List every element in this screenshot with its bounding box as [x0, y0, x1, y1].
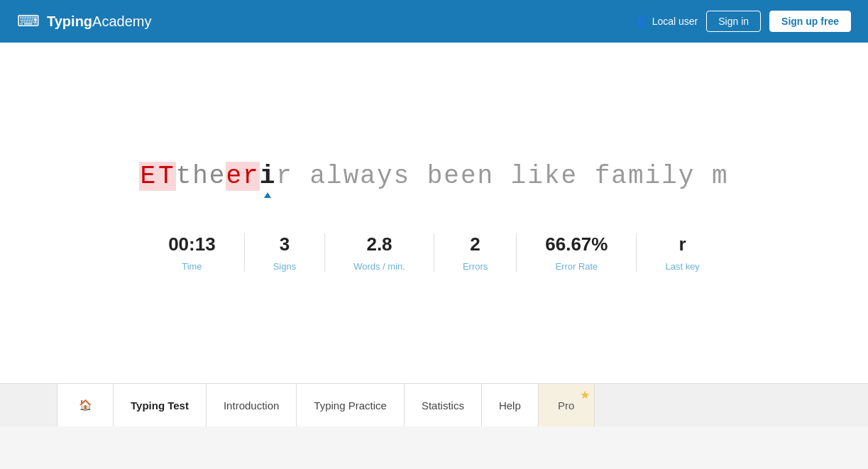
bottom-nav: 🏠 Typing Test Introduction Typing Practi… [0, 383, 868, 426]
logo-text: TypingAcademy [47, 13, 151, 30]
stat-errors-label: Errors [463, 261, 488, 272]
stat-wpm-label: Words / min. [353, 261, 405, 272]
tab-help[interactable]: Help [481, 384, 539, 426]
logo-bold: Typing [47, 13, 92, 29]
stat-time-label: Time [182, 261, 202, 272]
typed-char-the: the [176, 162, 226, 191]
tab-pro[interactable]: ★ Pro [538, 384, 595, 426]
tab-typing-practice[interactable]: Typing Practice [296, 384, 405, 426]
logo-icon: ⌨ [17, 12, 40, 31]
stat-errors-value: 2 [470, 233, 480, 255]
typing-display: ETtheerir always been like family m [139, 162, 728, 191]
stat-error-rate-value: 66.67% [545, 233, 608, 255]
stat-wpm-value: 2.8 [366, 233, 392, 255]
cursor-caret [264, 192, 271, 198]
pro-star: ★ [580, 388, 590, 402]
user-info: 👤 Local user [634, 15, 698, 28]
logo-area: ⌨ TypingAcademy [17, 12, 151, 31]
stat-errors: 2 Errors [434, 233, 517, 272]
tab-home[interactable]: 🏠 [57, 384, 114, 426]
tab-statistics[interactable]: Statistics [404, 384, 482, 426]
stat-wpm: 2.8 Words / min. [325, 233, 434, 272]
stat-last-key: r Last key [637, 233, 727, 272]
typed-char-er: er [226, 162, 259, 191]
signup-button[interactable]: Sign up free [769, 11, 851, 32]
user-icon: 👤 [634, 15, 648, 28]
main-content: ETtheerir always been like family m 00:1… [0, 43, 868, 383]
tab-introduction[interactable]: Introduction [206, 384, 297, 426]
cursor-char: i [260, 162, 277, 191]
stat-signs: 3 Signs [245, 233, 326, 272]
stat-last-key-value: r [679, 233, 686, 255]
typed-char-T: T [158, 162, 176, 191]
stat-signs-value: 3 [280, 233, 290, 255]
signin-button[interactable]: Sign in [706, 11, 761, 32]
typed-char-E: E [139, 162, 158, 191]
logo-light: Academy [92, 13, 151, 29]
stat-error-rate-label: Error Rate [555, 261, 598, 272]
stat-time: 00:13 Time [140, 233, 245, 272]
tab-typing-test[interactable]: Typing Test [113, 384, 207, 426]
stats-row: 00:13 Time 3 Signs 2.8 Words / min. 2 Er… [140, 233, 728, 272]
header: ⌨ TypingAcademy 👤 Local user Sign in Sig… [0, 0, 868, 43]
upcoming-text: r always been like family m [276, 162, 728, 191]
stat-time-value: 00:13 [168, 233, 216, 255]
stat-error-rate: 66.67% Error Rate [517, 233, 637, 272]
stat-signs-label: Signs [273, 261, 297, 272]
user-label: Local user [652, 16, 698, 27]
stat-last-key-label: Last key [665, 261, 699, 272]
header-right: 👤 Local user Sign in Sign up free [634, 11, 851, 32]
